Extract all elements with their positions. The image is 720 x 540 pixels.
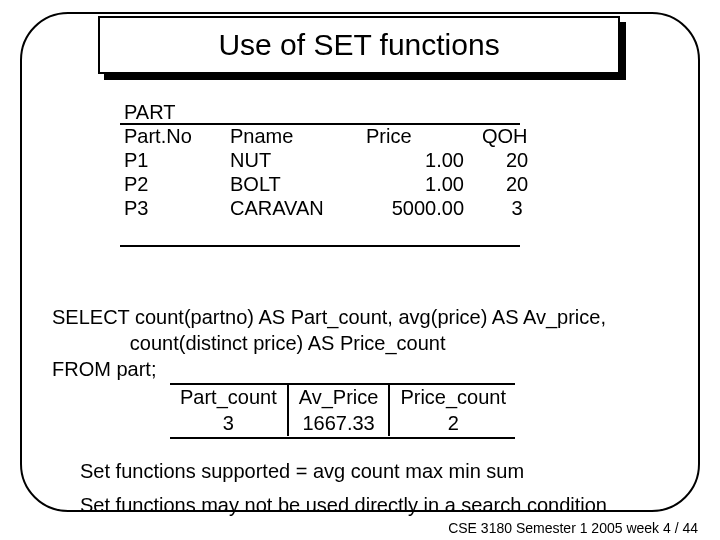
slide-title: Use of SET functions xyxy=(218,28,499,62)
result-header-pricecount: Price_count xyxy=(389,384,516,410)
title-box: Use of SET functions xyxy=(98,16,620,74)
slide-body: PART Part.No Pname Price QOH P1 NUT 1.00… xyxy=(60,100,660,500)
part-header-pname: Pname xyxy=(218,124,362,148)
part-header-partno: Part.No xyxy=(120,124,218,148)
sql-line-2: count(distinct price) AS Price_count xyxy=(52,332,446,354)
note-search-condition: Set functions may not be used directly i… xyxy=(80,492,607,518)
slide: Use of SET functions PART Part.No Pname … xyxy=(0,0,720,540)
part-table-caption: PART xyxy=(120,100,556,124)
sql-line-3: FROM part; xyxy=(52,358,156,380)
cell-qoh: 3 xyxy=(478,196,556,220)
part-table-top-line xyxy=(120,123,520,125)
table-row: P2 BOLT 1.00 20 xyxy=(120,172,556,196)
cell-price: 5000.00 xyxy=(362,196,478,220)
note-supported: Set functions supported = avg count max … xyxy=(80,458,524,484)
cell-qoh: 20 xyxy=(478,172,556,196)
cell-partno: P3 xyxy=(120,196,218,220)
result-header-avprice: Av_Price xyxy=(288,384,390,410)
cell-pname: BOLT xyxy=(218,172,362,196)
table-row: P1 NUT 1.00 20 xyxy=(120,148,556,172)
cell-price: 1.00 xyxy=(362,172,478,196)
result-table-top-line xyxy=(170,383,515,385)
result-table-bottom-line xyxy=(170,437,515,439)
table-row: P3 CARAVAN 5000.00 3 xyxy=(120,196,556,220)
result-partcount: 3 xyxy=(170,410,288,436)
result-avprice: 1667.33 xyxy=(288,410,390,436)
cell-price: 1.00 xyxy=(362,148,478,172)
cell-partno: P2 xyxy=(120,172,218,196)
part-table-bottom-line xyxy=(120,245,520,247)
part-header-price: Price xyxy=(362,124,478,148)
result-header-partcount: Part_count xyxy=(170,384,288,410)
sql-block: SELECT count(partno) AS Part_count, avg(… xyxy=(52,278,606,382)
cell-pname: NUT xyxy=(218,148,362,172)
result-table: Part_count Av_Price Price_count 3 1667.3… xyxy=(170,384,516,436)
result-header-row: Part_count Av_Price Price_count xyxy=(170,384,516,410)
cell-pname: CARAVAN xyxy=(218,196,362,220)
result-pricecount: 2 xyxy=(389,410,516,436)
cell-partno: P1 xyxy=(120,148,218,172)
part-table-caption-row: PART xyxy=(120,100,556,124)
result-row: 3 1667.33 2 xyxy=(170,410,516,436)
sql-line-1: SELECT count(partno) AS Part_count, avg(… xyxy=(52,306,606,328)
slide-footer: CSE 3180 Semester 1 2005 week 4 / 44 xyxy=(448,520,698,536)
part-table: PART Part.No Pname Price QOH P1 NUT 1.00… xyxy=(120,100,556,220)
part-header-qoh: QOH xyxy=(478,124,556,148)
cell-qoh: 20 xyxy=(478,148,556,172)
part-table-header-row: Part.No Pname Price QOH xyxy=(120,124,556,148)
